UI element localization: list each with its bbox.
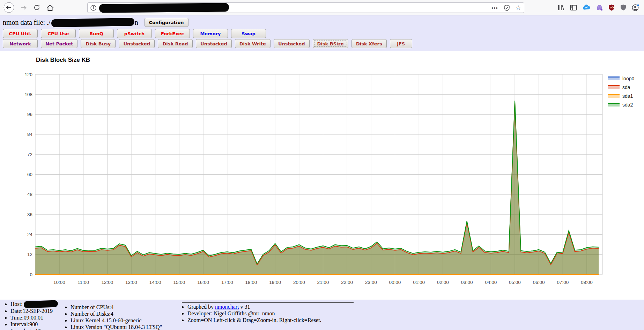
legend-swatch bbox=[608, 76, 620, 80]
chart-legend: loop0sdasda1sda2 bbox=[608, 74, 634, 109]
tab-runq[interactable]: RunQ bbox=[79, 29, 114, 38]
info-icon[interactable] bbox=[90, 5, 96, 11]
svg-text:19:00: 19:00 bbox=[269, 280, 281, 285]
tab-unstacked-5[interactable]: Unstacked bbox=[196, 39, 232, 48]
tab-pswitch[interactable]: pSwitch bbox=[117, 29, 152, 38]
nmonchart-link[interactable]: nmonchart bbox=[215, 304, 239, 310]
page-actions-icon[interactable]: ••• bbox=[491, 5, 498, 11]
x-axis-labels: 10:0011:0012:0013:0014:0015:0016:0017:00… bbox=[53, 280, 593, 285]
browser-toolbar: ••• ☆ ★ uO bbox=[0, 0, 644, 15]
tab-cpu-use[interactable]: CPU Use bbox=[41, 29, 76, 38]
home-icon[interactable] bbox=[46, 4, 54, 12]
chart-title: Disk Block Size KB bbox=[36, 57, 90, 64]
chart-area[interactable]: Disk Block Size KB 012243648607284961081… bbox=[0, 51, 644, 300]
back-icon[interactable] bbox=[3, 2, 14, 13]
svg-text:uO: uO bbox=[610, 6, 614, 9]
url-redaction bbox=[99, 3, 229, 13]
library-icon[interactable] bbox=[557, 5, 564, 11]
tab-disk-bsize[interactable]: Disk BSize bbox=[313, 39, 348, 48]
legend-label: sda bbox=[622, 85, 630, 90]
tab-cpu-util-[interactable]: CPU Util. bbox=[3, 29, 38, 38]
legend-swatch bbox=[608, 94, 620, 98]
footer-credits-column: Graphed by nmonchart v 31Developer: Nige… bbox=[177, 300, 365, 330]
svg-text:18:00: 18:00 bbox=[245, 280, 257, 285]
nmon-data-file-label: nmon data file: ./ bbox=[3, 19, 51, 27]
footer-system-column: Number of CPUs:4Number of Disks:4Linux K… bbox=[60, 300, 177, 330]
legend-swatch bbox=[608, 103, 620, 107]
svg-text:72: 72 bbox=[27, 152, 32, 157]
svg-text:05:00: 05:00 bbox=[509, 280, 521, 285]
shield-check-icon[interactable] bbox=[504, 5, 510, 11]
footer-item: Time:09:00.01 bbox=[10, 314, 60, 321]
tab-row-2: NetworkNet PacketDisk BusyUnstackedDisk … bbox=[0, 39, 644, 48]
legend-label: loop0 bbox=[622, 76, 634, 81]
tab-forkexec[interactable]: ForkExec bbox=[155, 29, 190, 38]
svg-text:108: 108 bbox=[24, 92, 32, 97]
disk-bsize-chart[interactable]: 0122436486072849610812010:0011:0012:0013… bbox=[0, 51, 644, 300]
tab-unstacked-3[interactable]: Unstacked bbox=[119, 39, 155, 48]
tab-network[interactable]: Network bbox=[3, 39, 38, 48]
svg-text:48: 48 bbox=[27, 192, 32, 197]
svg-text:12:00: 12:00 bbox=[102, 280, 113, 285]
svg-text:120: 120 bbox=[24, 72, 32, 77]
svg-text:04:00: 04:00 bbox=[485, 280, 497, 285]
tab-memory[interactable]: Memory bbox=[193, 29, 228, 38]
account-icon[interactable] bbox=[632, 4, 639, 11]
footer-item: Number of Disks:4 bbox=[71, 310, 177, 317]
sidebar-icon[interactable] bbox=[570, 5, 577, 11]
tab-net-packet[interactable]: Net Packet bbox=[41, 39, 77, 48]
svg-text:13:00: 13:00 bbox=[125, 280, 137, 285]
filename-suffix: n bbox=[135, 19, 138, 27]
url-bar[interactable]: ••• ☆ bbox=[87, 2, 524, 13]
svg-text:20:00: 20:00 bbox=[293, 280, 305, 285]
svg-text:24: 24 bbox=[27, 232, 33, 237]
svg-text:03:00: 03:00 bbox=[461, 280, 473, 285]
ghost-extension-icon[interactable]: ★ bbox=[596, 4, 603, 11]
svg-text:06:00: 06:00 bbox=[533, 280, 545, 285]
toolbar-extensions: ★ uO bbox=[557, 0, 639, 15]
credits-divider bbox=[182, 302, 354, 303]
svg-text:01:00: 01:00 bbox=[413, 280, 425, 285]
svg-text:10:00: 10:00 bbox=[53, 280, 65, 285]
footer-item: Developer: Nigel Griffiths @mr_nmon bbox=[187, 310, 365, 317]
svg-text:96: 96 bbox=[27, 112, 32, 117]
legend-swatch bbox=[608, 85, 620, 89]
legend-item-sda1: sda1 bbox=[608, 91, 634, 100]
footer-item: Zoom=ON Left-click & Drag=Zoom-in. Right… bbox=[187, 317, 365, 323]
svg-text:23:00: 23:00 bbox=[365, 280, 377, 285]
svg-text:14:00: 14:00 bbox=[149, 280, 161, 285]
reload-icon[interactable] bbox=[33, 4, 40, 11]
svg-text:08:00: 08:00 bbox=[581, 280, 593, 285]
footer-item: Interval:900 bbox=[10, 321, 60, 328]
tab-unstacked-7[interactable]: Unstacked bbox=[274, 39, 310, 48]
tab-disk-xfers[interactable]: Disk Xfers bbox=[351, 39, 387, 48]
footer-info: Host:Date:12-SEP-2019Time:09:00.01Interv… bbox=[0, 300, 644, 330]
nav-buttons bbox=[3, 0, 54, 15]
legend-label: sda2 bbox=[622, 102, 633, 108]
svg-text:84: 84 bbox=[27, 132, 33, 137]
footer-item: Linux Version "QUbuntu 18.04.3 LTSQ" bbox=[71, 324, 177, 330]
ublock-extension-icon[interactable]: uO bbox=[608, 4, 615, 11]
shield-extension-icon[interactable] bbox=[620, 4, 626, 11]
host-redaction bbox=[23, 300, 58, 308]
tab-disk-read[interactable]: Disk Read bbox=[158, 39, 193, 48]
svg-text:17:00: 17:00 bbox=[221, 280, 233, 285]
svg-text:0: 0 bbox=[30, 272, 32, 277]
footer-item: Host: bbox=[10, 301, 60, 308]
tab-swap[interactable]: Swap bbox=[231, 29, 266, 38]
bookmark-star-icon[interactable]: ☆ bbox=[516, 5, 521, 11]
footer-item: Graphed by nmonchart v 31 bbox=[187, 303, 365, 310]
svg-text:15:00: 15:00 bbox=[173, 280, 185, 285]
configuration-button[interactable]: Configuration bbox=[145, 18, 188, 27]
legend-label: sda1 bbox=[622, 93, 633, 99]
tab-disk-write[interactable]: Disk Write bbox=[235, 39, 271, 48]
legend-item-sda2: sda2 bbox=[608, 100, 634, 109]
cloud-extension-icon[interactable] bbox=[583, 5, 591, 10]
tab-disk-busy[interactable]: Disk Busy bbox=[81, 39, 116, 48]
tab-jfs[interactable]: JFS bbox=[390, 39, 412, 48]
footer-item: Number of CPUs:4 bbox=[71, 304, 177, 310]
svg-text:02:00: 02:00 bbox=[437, 280, 449, 285]
series-areas bbox=[35, 101, 599, 274]
forward-icon[interactable] bbox=[20, 4, 28, 12]
tab-row-1: CPU Util.CPU UseRunQpSwitchForkExecMemor… bbox=[0, 29, 644, 38]
